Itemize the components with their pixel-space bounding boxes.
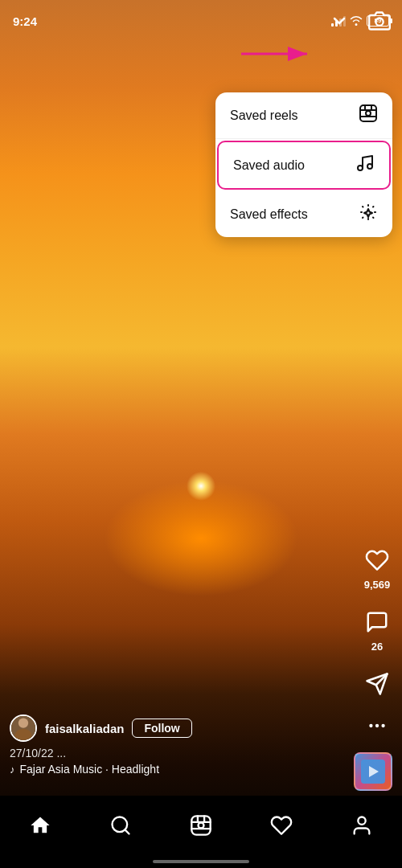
comment-icon: [362, 607, 392, 637]
status-time: 9:24: [13, 14, 37, 28]
camera-button[interactable]: [365, 6, 394, 35]
svg-rect-22: [191, 816, 210, 834]
side-actions: 9,569 26: [362, 545, 392, 739]
svg-rect-3: [360, 105, 376, 121]
screen: 9:24 89: [0, 0, 402, 868]
svg-point-28: [358, 817, 365, 825]
menu-item-saved-effects[interactable]: Saved effects: [215, 191, 392, 237]
user-row: faisalkaliadan Follow: [10, 714, 346, 742]
nav-search[interactable]: [96, 805, 145, 845]
music-note-icon: [355, 154, 375, 177]
reels-icon: [359, 104, 378, 127]
like-count: 9,569: [364, 579, 391, 591]
svg-line-21: [125, 829, 129, 833]
music-note-icon: ♪: [10, 764, 15, 776]
nav-reels[interactable]: [177, 805, 225, 845]
more-button[interactable]: [367, 715, 388, 739]
menu-item-saved-audio[interactable]: Saved audio: [217, 141, 391, 190]
svg-point-13: [369, 724, 372, 727]
album-art[interactable]: [354, 752, 392, 791]
svg-point-2: [375, 18, 383, 26]
svg-point-18: [18, 718, 28, 727]
svg-point-15: [381, 724, 384, 727]
chevron-down-button[interactable]: [325, 6, 354, 35]
svg-point-10: [367, 164, 372, 169]
comment-count: 26: [371, 641, 383, 653]
share-icon: [362, 669, 392, 699]
nav-home[interactable]: [16, 805, 64, 845]
saved-reels-label: Saved reels: [230, 108, 298, 123]
svg-point-4: [366, 111, 371, 116]
bottom-nav: [0, 796, 402, 868]
saved-effects-label: Saved effects: [230, 207, 308, 222]
top-right-actions: [325, 6, 394, 35]
svg-point-23: [199, 823, 204, 829]
dropdown-menu: Saved reels Saved audio: [215, 92, 392, 237]
comment-button[interactable]: 26: [362, 607, 392, 653]
user-info: faisalkaliadan Follow 27/10/22 ... ♪ Faj…: [10, 714, 346, 776]
menu-item-saved-reels[interactable]: Saved reels: [215, 92, 392, 139]
music-row: ♪ Fajar Asia Music · Headlight: [10, 763, 346, 776]
nav-likes[interactable]: [257, 805, 306, 845]
nav-profile[interactable]: [338, 805, 386, 845]
home-indicator: [153, 860, 249, 863]
username: faisalkaliadan: [45, 722, 124, 735]
sparkles-icon: [359, 203, 378, 226]
music-text: Fajar Asia Music · Headlight: [20, 763, 160, 776]
pink-arrow: [241, 42, 314, 66]
svg-point-14: [375, 724, 379, 727]
share-button[interactable]: [362, 669, 392, 699]
follow-button[interactable]: Follow: [132, 719, 191, 738]
avatar[interactable]: [10, 714, 37, 742]
heart-icon: [362, 545, 392, 575]
date-text: 27/10/22 ...: [10, 747, 346, 760]
saved-audio-label: Saved audio: [233, 158, 305, 173]
like-button[interactable]: 9,569: [362, 545, 392, 591]
svg-point-9: [358, 166, 363, 170]
